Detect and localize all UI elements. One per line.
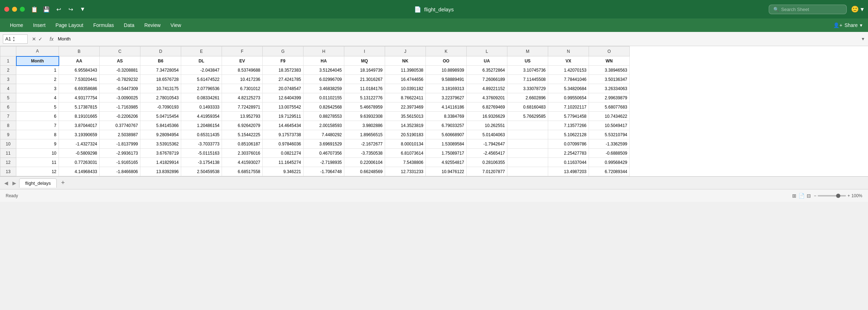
col-header-j[interactable]: J [385,46,426,56]
table-cell[interactable]: 7 [16,121,59,130]
table-cell[interactable]: 4.92554817 [426,158,467,167]
zoom-slider[interactable] [818,195,846,196]
table-cell[interactable]: 16.4744656 [385,75,426,84]
undo-icon[interactable]: ↩ [55,5,62,13]
table-cell[interactable] [507,158,548,167]
row-header[interactable]: 7 [0,112,16,121]
table-cell[interactable]: 7.72428971 [222,103,263,112]
row-header[interactable]: 11 [0,149,16,158]
zoom-thumb[interactable] [836,194,840,198]
menu-formulas[interactable]: Formulas [89,21,118,29]
row-header[interactable]: 4 [0,84,16,93]
table-cell[interactable]: -0.2206206 [100,112,140,121]
table-cell[interactable]: 9 [16,139,59,149]
row-header[interactable]: 8 [0,121,16,130]
table-cell[interactable]: -3.7033773 [181,139,222,149]
table-cell[interactable]: 5.61474522 [181,75,222,84]
table-cell[interactable]: 11.1645274 [263,158,304,167]
table-cell[interactable]: -0.5447309 [100,84,140,93]
table-cell[interactable]: 16.9326629 [467,112,507,121]
row-header[interactable]: 13 [0,167,16,176]
share-button[interactable]: 👤+ Share ▾ [833,22,862,28]
table-cell[interactable]: 0.0821274 [263,149,304,158]
document-icon[interactable]: 📋 [30,5,38,13]
col-header-i[interactable]: I [344,46,385,56]
table-cell[interactable]: F9 [263,56,304,66]
col-header-l[interactable]: L [467,46,507,56]
table-cell[interactable]: -1.8466806 [100,167,140,176]
table-cell[interactable]: -1.9165165 [100,158,140,167]
table-cell[interactable]: -3.1754138 [181,158,222,167]
sheet-tab-flight-delays[interactable]: flight_delays [19,178,57,188]
table-cell[interactable]: 8.00010134 [385,139,426,149]
table-cell[interactable]: 5.76629585 [507,112,548,121]
table-cell[interactable]: 7.13577266 [548,121,589,130]
table-cell[interactable]: 3.53915362 [140,139,181,149]
table-cell[interactable]: -0.6888509 [589,149,630,158]
table-cell[interactable]: 35.5615013 [385,112,426,121]
menu-insert[interactable]: Insert [29,21,50,29]
table-cell[interactable]: 0.11637044 [548,158,589,167]
table-cell[interactable]: 0.99550654 [548,93,589,103]
table-cell[interactable]: -2.9936173 [100,149,140,158]
col-header-d[interactable]: D [140,46,181,56]
page-view-icon[interactable]: 📄 [799,193,805,199]
table-cell[interactable]: -1.3362599 [589,139,630,149]
table-cell[interactable]: DL [181,56,222,66]
table-cell[interactable]: 3.22379627 [426,93,467,103]
table-cell[interactable]: 10.9476122 [426,167,467,176]
table-cell[interactable]: -0.7829232 [100,75,140,84]
table-cell[interactable]: VX [548,56,589,66]
table-cell[interactable]: 5.15442225 [222,130,263,139]
col-header-h[interactable]: H [304,46,344,56]
table-cell[interactable]: 0.01102155 [304,93,344,103]
table-cell[interactable]: 5.84145366 [140,121,181,130]
table-cell[interactable]: 7.34728054 [140,66,181,75]
table-cell[interactable]: 3.67678719 [140,149,181,158]
table-cell[interactable]: -3.0090025 [100,93,140,103]
table-cell[interactable]: 9.58889491 [426,75,467,84]
table-cell[interactable] [507,130,548,139]
menu-view[interactable]: View [166,21,185,29]
table-cell[interactable]: 6.02996709 [304,75,344,84]
table-cell[interactable]: HA [304,56,344,66]
table-cell[interactable] [507,139,548,149]
table-cell[interactable]: 4.89221152 [467,84,507,93]
table-cell[interactable]: 6.95584343 [59,66,100,75]
table-cell[interactable]: 5.77941458 [548,112,589,121]
table-cell[interactable]: 5.68077683 [589,103,630,112]
table-cell[interactable]: 10.5049417 [589,121,630,130]
table-cell[interactable] [507,149,548,158]
table-cell[interactable]: 2 [16,75,59,84]
cell-reference-box[interactable]: A1 ▲ ▼ [3,34,28,44]
formula-input[interactable] [58,36,859,41]
table-cell[interactable]: 0.46707356 [304,149,344,158]
table-cell[interactable]: 7.4480292 [304,130,344,139]
emoji-button[interactable]: 🙂 ▾ [851,5,864,13]
table-cell[interactable]: 9.63932308 [344,112,385,121]
table-cell[interactable]: 5.53210794 [589,130,630,139]
close-button[interactable] [4,7,9,12]
table-cell[interactable]: 2.99639879 [589,93,630,103]
table-cell[interactable]: -1.7942647 [467,139,507,149]
table-cell[interactable]: AA [59,56,100,66]
table-cell[interactable]: MQ [344,56,385,66]
table-cell[interactable]: 18.1649739 [344,66,385,75]
table-cell[interactable]: EV [222,56,263,66]
zoom-minus[interactable]: − [814,193,816,198]
redo-icon[interactable]: ↪ [67,5,74,13]
table-cell[interactable]: 0.28106355 [467,158,507,167]
col-header-g[interactable]: G [263,46,304,56]
table-cell[interactable]: 12.7331233 [385,167,426,176]
table-cell[interactable]: 4.41959354 [181,112,222,121]
row-header[interactable]: 2 [0,66,16,75]
table-cell[interactable] [507,121,548,130]
filter-icon[interactable]: ▼ [79,5,87,13]
table-cell[interactable]: -2.1672677 [344,139,385,149]
table-cell[interactable]: 8.76622411 [385,93,426,103]
table-cell[interactable]: 2.78010543 [140,93,181,103]
table-cell[interactable]: 3.19390659 [59,130,100,139]
add-sheet-button[interactable]: + [58,179,68,187]
table-cell[interactable]: UA [467,56,507,66]
table-cell[interactable]: 8.53749688 [222,66,263,75]
